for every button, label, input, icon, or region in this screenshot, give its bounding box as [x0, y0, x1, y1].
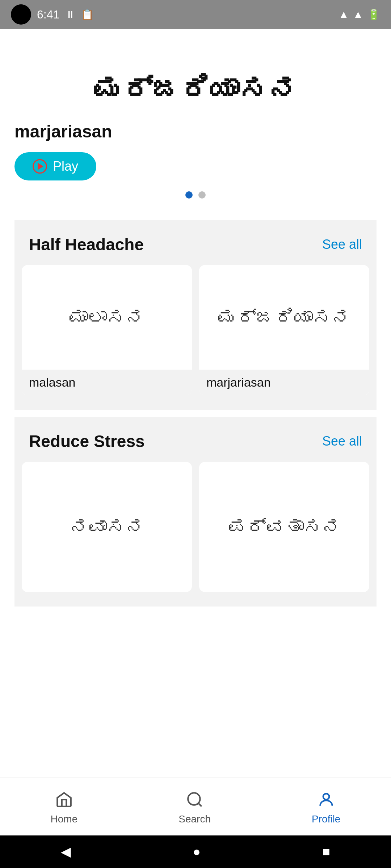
- back-button[interactable]: ◀: [61, 844, 71, 859]
- status-bar: 6:41 ⏸ 📋 ▲ ▲ 🔋: [0, 0, 391, 29]
- card-image-parvataasan: ಪರ್ವತಾಸನ: [199, 462, 369, 592]
- list-item[interactable]: ಮಾಲಾಸನ malasan: [22, 265, 192, 395]
- camera-icon: [11, 4, 31, 25]
- svg-point-2: [323, 793, 329, 800]
- reduce-stress-cards: ನವಾಸನ ಪರ್ವತಾಸನ: [14, 462, 377, 607]
- media-icon: ⏸: [65, 9, 75, 21]
- nav-item-search[interactable]: Search: [178, 789, 211, 825]
- carousel-dots: [14, 191, 377, 199]
- status-bar-left: 6:41 ⏸ 📋: [11, 4, 94, 25]
- card-roman-malasan: malasan: [22, 370, 192, 395]
- reduce-stress-header: Reduce Stress See all: [14, 431, 377, 462]
- svg-point-0: [188, 793, 200, 805]
- nav-label-profile: Profile: [312, 813, 340, 825]
- nav-label-search: Search: [178, 813, 211, 825]
- wifi-icon: ▲: [339, 9, 349, 20]
- main-content: ಮರ್ಜರಿಯಾಸನ marjariasan Play Half Headach…: [0, 29, 391, 607]
- card-image-navasan: ನವಾಸನ: [22, 462, 192, 592]
- dot-1: [185, 191, 193, 199]
- half-headache-see-all[interactable]: See all: [322, 237, 362, 252]
- search-icon: [184, 789, 206, 810]
- list-item[interactable]: ನವಾಸನ: [22, 462, 192, 592]
- card-kannada-parvataasan: ಪರ್ವತಾಸನ: [228, 516, 341, 538]
- half-headache-cards: ಮಾಲಾಸನ malasan ಮರ್ಜರಿಯಾಸನ marjariasan: [14, 265, 377, 410]
- play-button[interactable]: Play: [14, 152, 96, 180]
- list-item[interactable]: ಮರ್ಜರಿಯಾಸನ marjariasan: [199, 265, 369, 395]
- reduce-stress-section: Reduce Stress See all ನವಾಸನ ಪರ್ವತಾಸನ: [14, 417, 377, 607]
- half-headache-section: Half Headache See all ಮಾಲಾಸನ malasan ಮರ್…: [14, 220, 377, 410]
- card-roman-marjariasan: marjariasan: [199, 370, 369, 395]
- signal-icon: ▲: [353, 9, 363, 20]
- hero-kannada-title: ಮರ್ಜರಿಯಾಸನ: [94, 72, 297, 107]
- play-triangle-icon: [38, 163, 43, 170]
- battery-icon: 🔋: [367, 9, 380, 21]
- list-item[interactable]: ಪರ್ವತಾಸನ: [199, 462, 369, 592]
- bottom-nav: Home Search Profile: [0, 778, 391, 835]
- play-label: Play: [53, 159, 78, 174]
- half-headache-header: Half Headache See all: [14, 235, 377, 265]
- profile-icon: [315, 789, 337, 810]
- dot-2: [198, 191, 206, 199]
- nav-label-home: Home: [51, 813, 78, 825]
- recents-button[interactable]: ■: [322, 844, 330, 859]
- status-icons-right: ▲ ▲ 🔋: [339, 9, 380, 21]
- card-image-malasan: ಮಾಲಾಸನ: [22, 265, 192, 370]
- card-image-marjariasan: ಮರ್ಜರಿಯಾಸನ: [199, 265, 369, 370]
- hero-section: ಮರ್ಜರಿಯಾಸನ marjariasan Play: [14, 51, 377, 213]
- reduce-stress-title: Reduce Stress: [29, 431, 145, 451]
- nav-item-home[interactable]: Home: [51, 789, 78, 825]
- home-button[interactable]: ●: [193, 844, 201, 859]
- status-time: 6:41: [37, 8, 59, 21]
- card-kannada-marjariasan: ಮರ್ಜರಿಯಾಸನ: [218, 307, 350, 328]
- card-kannada-malasan: ಮಾಲಾಸನ: [70, 307, 144, 328]
- nav-item-profile[interactable]: Profile: [312, 789, 340, 825]
- sim-icon: 📋: [81, 9, 94, 21]
- play-circle-icon: [33, 159, 47, 174]
- system-nav: ◀ ● ■: [0, 835, 391, 868]
- card-kannada-navasan: ನವಾಸನ: [70, 516, 144, 538]
- reduce-stress-see-all[interactable]: See all: [322, 434, 362, 449]
- hero-roman-title: marjariasan: [14, 122, 377, 141]
- home-icon: [53, 789, 75, 810]
- half-headache-title: Half Headache: [29, 235, 144, 254]
- svg-line-1: [198, 803, 201, 806]
